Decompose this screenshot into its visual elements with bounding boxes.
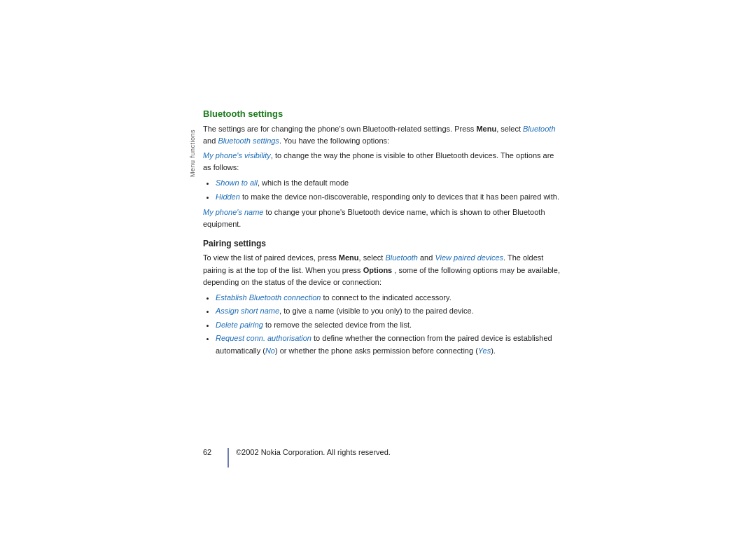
options-ref: Options — [363, 266, 393, 274]
my-phone-name-link[interactable]: My phone's name — [203, 208, 263, 216]
footer: 62 ©2002 Nokia Corporation. All rights r… — [203, 448, 560, 468]
my-phone-visibility-link[interactable]: My phone's visibility — [203, 151, 271, 160]
page: Menu functions Bluetooth settings The se… — [0, 0, 756, 534]
menu-ref-1: Menu — [476, 125, 496, 133]
visibility-paragraph: My phone's visibility, to change the way… — [203, 150, 560, 174]
pairing-bullets: Establish Bluetooth connection to connec… — [216, 292, 560, 358]
shown-to-all-link[interactable]: Shown to all — [216, 178, 258, 187]
bullet-request-conn: Request conn. authorisation to define wh… — [216, 332, 560, 357]
view-paired-devices-link[interactable]: View paired devices — [435, 253, 503, 262]
phone-name-paragraph: My phone's name to change your phone's B… — [203, 206, 560, 230]
menu-ref-2: Menu — [339, 253, 359, 262]
sidebar-label: Menu functions — [189, 129, 196, 177]
pairing-intro-paragraph: To view the list of paired devices, pres… — [203, 252, 560, 288]
page-number: 62 — [203, 448, 220, 456]
footer-divider — [227, 448, 229, 468]
hidden-link[interactable]: Hidden — [216, 192, 240, 201]
delete-pairing-link[interactable]: Delete pairing — [216, 321, 263, 329]
bluetooth-settings-title: Bluetooth settings — [203, 108, 560, 119]
visibility-bullets: Shown to all, which is the default mode … — [216, 177, 560, 203]
bluetooth-link-2[interactable]: Bluetooth — [385, 253, 417, 262]
establish-bluetooth-link[interactable]: Establish Bluetooth connection — [216, 293, 321, 302]
bluetooth-link-1[interactable]: Bluetooth — [523, 125, 555, 133]
intro-paragraph: The settings are for changing the phone'… — [203, 123, 560, 147]
yes-link[interactable]: Yes — [478, 346, 491, 355]
assign-short-name-link[interactable]: Assign short name — [216, 307, 279, 315]
bluetooth-settings-link[interactable]: Bluetooth settings — [218, 136, 279, 145]
bullet-establish-bluetooth: Establish Bluetooth connection to connec… — [216, 292, 560, 304]
bullet-hidden: Hidden to make the device non-discoverab… — [216, 191, 560, 204]
pairing-settings-title: Pairing settings — [203, 239, 560, 248]
pairing-settings-section: Pairing settings To view the list of pai… — [203, 239, 560, 357]
bullet-assign-short-name: Assign short name, to give a name (visib… — [216, 305, 560, 318]
bullet-delete-pairing: Delete pairing to remove the selected de… — [216, 319, 560, 332]
bullet-shown-to-all: Shown to all, which is the default mode — [216, 177, 560, 190]
no-link[interactable]: No — [265, 346, 275, 355]
content-area: Bluetooth settings The settings are for … — [203, 108, 560, 361]
footer-copyright: ©2002 Nokia Corporation. All rights rese… — [236, 448, 391, 456]
request-conn-link[interactable]: Request conn. authorisation — [216, 334, 312, 342]
bluetooth-settings-section: Bluetooth settings The settings are for … — [203, 108, 560, 230]
